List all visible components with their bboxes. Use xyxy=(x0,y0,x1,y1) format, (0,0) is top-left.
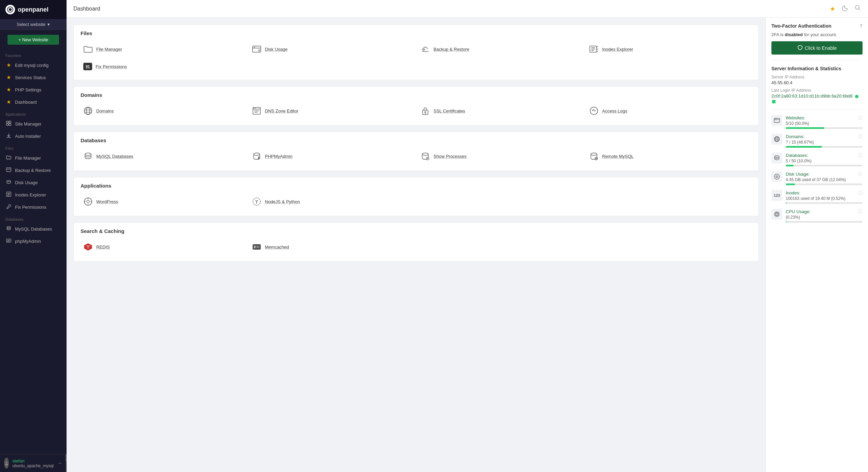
inodes-info-icon[interactable]: ⓘ xyxy=(858,190,863,196)
twofa-enable-button[interactable]: Click to Enable xyxy=(771,41,863,55)
svg-rect-2 xyxy=(6,121,9,123)
svg-rect-15 xyxy=(253,46,261,52)
websites-info-icon[interactable]: ⓘ xyxy=(858,115,863,121)
disk-usage-item[interactable]: Disk Usage xyxy=(249,42,414,57)
svg-point-9 xyxy=(7,226,10,228)
databases-info-icon[interactable]: ⓘ xyxy=(858,152,863,159)
divider2 xyxy=(771,109,863,109)
svg-point-25 xyxy=(590,107,598,115)
inodes-icon-box: 123 xyxy=(771,190,782,201)
inodes-stat-info: Inodes: ⓘ 100163 used of 19.40 M (0.52%) xyxy=(786,190,863,204)
stats-section: Websites: ⓘ 5/10 (50.0%) xyxy=(771,115,863,223)
mysql-databases-item[interactable]: MySQL Databases xyxy=(81,149,246,164)
svg-point-1 xyxy=(9,8,12,11)
inodes-stat-label: Inodes: xyxy=(786,190,800,195)
folder-icon xyxy=(5,155,12,161)
svg-point-7 xyxy=(7,180,11,182)
domains-stat-info: Domains: ⓘ 7 / 15 (46.67%) xyxy=(786,134,863,148)
memcached-item[interactable]: Memcached xyxy=(249,239,414,254)
dns-zone-editor-item[interactable]: DNS Zone Editor xyxy=(249,103,414,118)
ip-label: Server IP Address xyxy=(771,75,863,79)
content-wrapper: Files File Manager Disk Usage xyxy=(67,18,868,472)
file-manager-item[interactable]: File Manager xyxy=(81,42,246,57)
svg-point-14 xyxy=(855,5,859,9)
search-caching-grid: REDIS Memcached xyxy=(81,239,752,254)
logout-button[interactable]: → xyxy=(57,460,62,466)
show-processes-item[interactable]: Show Processes xyxy=(418,149,583,164)
sidebar-item-file-manager[interactable]: File Manager xyxy=(0,152,67,164)
backup-restore-item[interactable]: Backup & Restore xyxy=(418,42,583,57)
svg-point-21 xyxy=(254,108,254,109)
dark-mode-icon[interactable] xyxy=(841,4,848,13)
mysql-databases-label: MySQL Databases xyxy=(96,154,133,159)
redis-item[interactable]: REDIS xyxy=(81,239,246,254)
sidebar-item-phpmyadmin[interactable]: phpMyAdmin xyxy=(0,235,67,247)
sidebar-item-site-manager[interactable]: Site Manager xyxy=(0,118,67,130)
redis-label: REDIS xyxy=(96,245,110,250)
sidebar-item-fix-permissions[interactable]: Fix Permissions xyxy=(0,201,67,213)
inodes-explorer-item[interactable]: Inodes Explorer xyxy=(586,42,752,57)
svg-point-32 xyxy=(591,153,597,156)
server-info-title-text: Server Information & Statistics xyxy=(771,66,841,71)
domains-item[interactable]: Domains xyxy=(81,103,246,118)
databases-stat-info: Databases: ⓘ 5 / 50 (10.0%) xyxy=(786,152,863,166)
access-logs-icon xyxy=(589,106,599,116)
sidebar-item-auto-installer[interactable]: Auto Installer xyxy=(0,130,67,142)
sidebar-item-label: phpMyAdmin xyxy=(15,239,41,244)
cpu-stat-value: (0.23%) xyxy=(786,215,863,220)
favorites-icon[interactable]: ★ xyxy=(830,5,835,13)
phpmyadmin-icon xyxy=(5,238,12,244)
phpmyadmin-item[interactable]: PHPMyAdmin xyxy=(249,149,414,164)
backup-icon xyxy=(5,167,12,173)
green-square xyxy=(772,100,775,103)
inodes-progress-fill xyxy=(786,202,786,204)
databases-stat-value: 5 / 50 (10.0%) xyxy=(786,159,863,163)
backup-icon xyxy=(421,44,430,54)
svg-point-12 xyxy=(6,462,7,463)
disk-usage-label: Disk Usage xyxy=(265,47,287,52)
sidebar-item-services-status[interactable]: ★ Services Status xyxy=(0,71,67,84)
svg-point-13 xyxy=(5,464,8,466)
ssl-icon xyxy=(421,106,430,116)
sidebar-item-php-settings[interactable]: ★ PHP Settings xyxy=(0,84,67,96)
sidebar-item-mysql-databases[interactable]: MySQL Databases xyxy=(0,223,67,235)
dns-zone-editor-label: DNS Zone Editor xyxy=(265,108,298,114)
folder-icon xyxy=(83,44,93,54)
sidebar-item-label: File Manager xyxy=(15,156,41,161)
search-icon[interactable] xyxy=(854,4,861,13)
domains-stat-value: 7 / 15 (46.67%) xyxy=(786,140,863,145)
svg-point-31 xyxy=(427,158,428,159)
cpu-info-icon[interactable]: ⓘ xyxy=(858,209,863,215)
databases-stat-label: Databases: xyxy=(786,153,808,158)
star-icon: ★ xyxy=(5,62,12,68)
nodejs-python-item[interactable]: NodeJS & Python xyxy=(249,194,414,209)
nodejs-python-label: NodeJS & Python xyxy=(265,199,300,204)
nodejs-icon xyxy=(252,197,261,206)
wordpress-item[interactable]: WordPress xyxy=(81,194,246,209)
svg-point-22 xyxy=(255,108,256,109)
show-processes-icon xyxy=(421,151,430,161)
svg-point-41 xyxy=(775,156,779,158)
mysql-icon xyxy=(83,151,93,161)
shield-icon xyxy=(797,45,803,51)
twofa-info-icon[interactable]: ? xyxy=(859,23,863,29)
globe-icon xyxy=(83,106,93,116)
sidebar-item-dashboard[interactable]: ★ Dashboard xyxy=(0,96,67,108)
fix-permissions-item[interactable]: 91 Fix Permissions xyxy=(81,60,246,73)
sidebar-item-inodes-explorer[interactable]: Inodes Explorer xyxy=(0,189,67,201)
sidebar-item-disk-usage[interactable]: Disk Usage xyxy=(0,176,67,189)
ssl-certificates-item[interactable]: SSL Certificates xyxy=(418,103,583,118)
sidebar-item-edit-mysql-config[interactable]: ★ Edit mysql config xyxy=(0,59,67,71)
twofa-status-text: 2FA is disabled for your account. xyxy=(771,32,863,37)
sidebar-item-backup-restore[interactable]: Backup & Restore xyxy=(0,164,67,176)
cpu-progress-fill xyxy=(786,221,786,223)
domains-info-icon[interactable]: ⓘ xyxy=(858,134,863,140)
domains-icon-box xyxy=(771,134,782,145)
main-content: Files File Manager Disk Usage xyxy=(67,18,766,472)
access-logs-item[interactable]: Access Logs xyxy=(586,103,752,118)
sidebar-item-label: Disk Usage xyxy=(15,180,38,185)
new-website-button[interactable]: + New Website xyxy=(8,35,59,45)
remote-mysql-item[interactable]: Remote MySQL xyxy=(586,149,752,164)
disk-info-icon[interactable]: ⓘ xyxy=(858,171,863,177)
select-website-dropdown[interactable]: Select website ▾ xyxy=(0,19,67,30)
